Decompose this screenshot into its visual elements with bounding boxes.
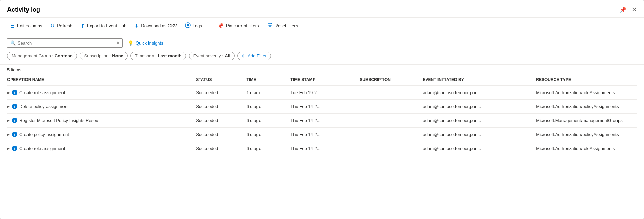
expand-arrow-4[interactable]: ▶ [7, 147, 10, 150]
col-header-subscription: SUBSCRIPTION [360, 74, 423, 86]
table-row[interactable]: ▶ i Create policy assignment Succeeded 6… [7, 128, 637, 141]
table-body: ▶ i Create role assignment Succeeded 1 d… [7, 86, 637, 155]
download-csv-button[interactable]: ⬇ Download as CSV [131, 21, 180, 31]
cell-timestamp-3: Thu Feb 14 2... [290, 128, 360, 141]
col-header-operation: OPERATION NAME [7, 74, 196, 86]
quick-insights-button[interactable]: 💡 Quick Insights [128, 39, 163, 47]
event-severity-value: All [225, 53, 231, 58]
activity-log-window: Activity log 📌 ✕ ≣ Edit columns ↻ Refres… [0, 0, 644, 219]
refresh-button[interactable]: ↻ Refresh [47, 21, 76, 31]
filter-pills: Management Group : Contoso Subscription … [7, 52, 637, 60]
management-group-value: Contoso [55, 53, 73, 58]
cell-status-2: Succeeded [196, 114, 246, 128]
expand-arrow-0[interactable]: ▶ [7, 91, 10, 95]
timespan-value: Last month [158, 53, 182, 58]
col-header-timestamp: TIME STAMP [290, 74, 360, 86]
pin-filters-label: Pin current filters [226, 23, 259, 28]
search-input[interactable] [18, 40, 117, 46]
cell-subscription-4 [360, 141, 423, 155]
edit-columns-button[interactable]: ≣ Edit columns [7, 21, 46, 31]
cell-resource-4: Microsoft.Authorization/roleAssignments [536, 141, 637, 155]
management-group-filter[interactable]: Management Group : Contoso [7, 52, 77, 60]
cell-status-3: Succeeded [196, 128, 246, 141]
add-filter-button[interactable]: ⊕ Add Filter [237, 52, 271, 60]
table-area: OPERATION NAME STATUS TIME TIME STAMP SU… [0, 74, 644, 155]
download-label: Download as CSV [141, 23, 177, 28]
cell-subscription-0 [360, 86, 423, 100]
pin-filters-button[interactable]: 📌 Pin current filters [214, 21, 263, 31]
export-label: Export to Event Hub [87, 23, 126, 28]
title-bar-icons: 📌 ✕ [620, 6, 637, 13]
cell-operation-2: ▶ i Register Microsoft Policy Insights R… [7, 114, 196, 128]
reset-filters-icon [267, 22, 273, 29]
table-row[interactable]: ▶ i Create role assignment Succeeded 1 d… [7, 86, 637, 100]
cell-timestamp-0: Tue Feb 19 2... [290, 86, 360, 100]
export-event-hub-button[interactable]: ⬆ Export to Event Hub [77, 21, 130, 31]
search-box[interactable]: 🔍 ✕ [7, 38, 123, 48]
quick-insights-label: Quick Insights [136, 40, 163, 46]
refresh-icon: ↻ [50, 23, 55, 29]
cell-operation-1: ▶ i Delete policy assignment [7, 100, 196, 114]
logs-icon [185, 22, 191, 29]
cell-subscription-1 [360, 100, 423, 114]
info-icon-4: i [12, 146, 17, 151]
clear-search-icon[interactable]: ✕ [117, 41, 120, 45]
search-row: 🔍 ✕ 💡 Quick Insights [7, 38, 637, 48]
refresh-label: Refresh [57, 23, 72, 28]
search-icon: 🔍 [10, 40, 16, 46]
cell-resource-2: Microsoft.Management/managementGroups [536, 114, 637, 128]
pin-filters-icon: 📌 [217, 23, 224, 29]
cell-operation-0: ▶ i Create role assignment [7, 86, 196, 100]
table-header: OPERATION NAME STATUS TIME TIME STAMP SU… [7, 74, 637, 86]
col-header-status: STATUS [196, 74, 246, 86]
page-title: Activity log [7, 6, 40, 13]
toolbar-divider [210, 22, 210, 30]
cell-time-4: 6 d ago [247, 141, 291, 155]
operation-name-4: Create role assignment [19, 146, 65, 151]
subscription-filter[interactable]: Subscription : None [80, 52, 128, 60]
pin-icon[interactable]: 📌 [620, 6, 626, 13]
expand-arrow-3[interactable]: ▶ [7, 133, 10, 136]
add-filter-icon: ⊕ [242, 53, 246, 58]
table-row[interactable]: ▶ i Create role assignment Succeeded 6 d… [7, 141, 637, 155]
table-row[interactable]: ▶ i Delete policy assignment Succeeded 6… [7, 100, 637, 114]
col-header-resource: RESOURCE TYPE [536, 74, 637, 86]
cell-operation-3: ▶ i Create policy assignment [7, 128, 196, 141]
svg-point-1 [187, 24, 189, 26]
cell-timestamp-1: Thu Feb 14 2... [290, 100, 360, 114]
event-severity-filter[interactable]: Event severity : All [189, 52, 235, 60]
timespan-filter[interactable]: Timespan : Last month [130, 52, 186, 60]
cell-initiated-1: adam@contosodemoorg.on... [423, 100, 536, 114]
cell-resource-3: Microsoft.Authorization/policyAssignment… [536, 128, 637, 141]
cell-status-1: Succeeded [196, 100, 246, 114]
cell-timestamp-2: Thu Feb 14 2... [290, 114, 360, 128]
close-icon[interactable]: ✕ [632, 6, 637, 13]
logs-button[interactable]: Logs [182, 20, 205, 31]
management-group-label: Management Group : [12, 53, 53, 58]
col-header-time: TIME [247, 74, 291, 86]
operation-name-1: Delete policy assignment [19, 104, 69, 109]
cell-resource-0: Microsoft.Authorization/roleAssignments [536, 86, 637, 100]
logs-label: Logs [193, 23, 202, 28]
operation-name-0: Create role assignment [19, 90, 65, 95]
cell-time-1: 6 d ago [247, 100, 291, 114]
subscription-value: None [112, 53, 123, 58]
expand-arrow-2[interactable]: ▶ [7, 119, 10, 122]
edit-columns-label: Edit columns [17, 23, 42, 28]
cell-timestamp-4: Thu Feb 14 2... [290, 141, 360, 155]
info-icon-3: i [12, 132, 17, 137]
toolbar: ≣ Edit columns ↻ Refresh ⬆ Export to Eve… [0, 17, 644, 34]
reset-filters-button[interactable]: Reset filters [264, 20, 302, 31]
cell-time-2: 6 d ago [247, 114, 291, 128]
expand-arrow-1[interactable]: ▶ [7, 105, 10, 108]
edit-columns-icon: ≣ [11, 23, 15, 29]
quick-insights-icon: 💡 [128, 40, 133, 46]
cell-time-3: 6 d ago [247, 128, 291, 141]
cell-initiated-0: adam@contosodemoorg.on... [423, 86, 536, 100]
table-row[interactable]: ▶ i Register Microsoft Policy Insights R… [7, 114, 637, 128]
items-count: 5 items. [0, 65, 644, 74]
export-icon: ⬆ [80, 23, 85, 29]
download-icon: ⬇ [135, 23, 139, 29]
cell-initiated-4: adam@contosodemoorg.on... [423, 141, 536, 155]
reset-filters-label: Reset filters [275, 23, 298, 28]
